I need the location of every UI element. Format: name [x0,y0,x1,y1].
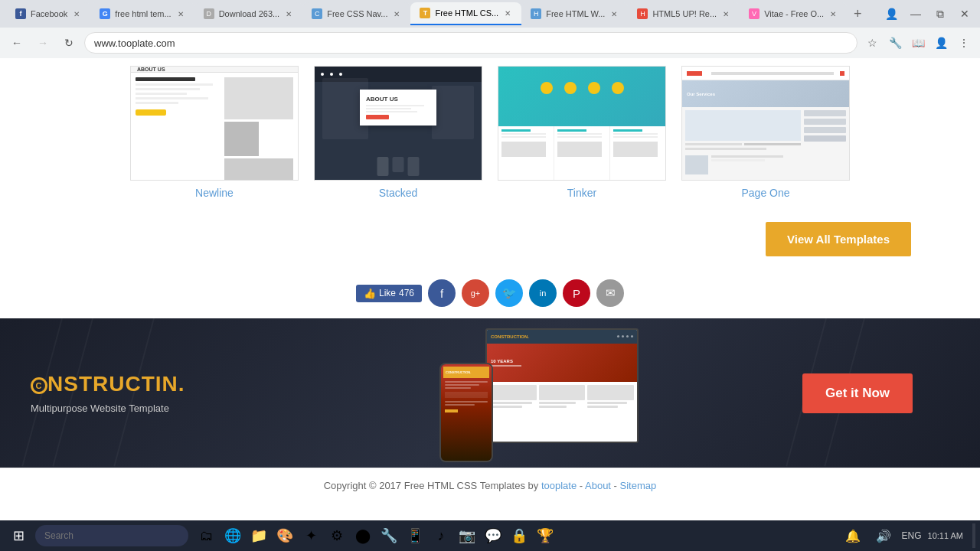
email-share-button[interactable]: ✉ [596,279,624,307]
template-item-tinker[interactable]: Tinker [498,66,666,199]
tab-css-nav[interactable]: C Free CSS Nav... ✕ [302,2,410,25]
tab-bar: f Facebook ✕ G free html tem... ✕ D Down… [0,0,980,28]
taskbar-app-files[interactable]: 📁 [247,523,271,548]
tab-close-icon[interactable]: ✕ [721,8,730,20]
extension-icon[interactable]: 🔧 [885,33,905,53]
footer: Copyright © 2017 Free HTML CSS Templates… [0,468,980,503]
taskbar-search[interactable] [35,525,188,546]
taskbar-app-photoshop[interactable]: 🎨 [273,523,297,548]
browser-chrome: f Facebook ✕ G free html tem... ✕ D Down… [0,0,980,58]
readinglist-icon[interactable]: 📖 [908,33,928,53]
reload-button[interactable]: ↻ [58,32,80,54]
taskbar-app-lock[interactable]: 🔒 [507,523,531,548]
tooplate-link[interactable]: tooplate [541,480,577,491]
template-name-newline[interactable]: Newline [195,187,234,199]
template-name-stacked[interactable]: Stacked [379,187,418,199]
banner-mockup: CONSTRUCTION. [439,324,639,462]
construction-title: CNSTRUCTIN. [31,372,312,396]
tab-close-icon[interactable]: ✕ [176,8,185,20]
template-name-tinker[interactable]: Tinker [567,187,596,199]
googleplus-share-button[interactable]: g+ [462,279,489,307]
new-tab-button[interactable]: + [847,3,868,24]
back-button[interactable]: ← [6,32,28,54]
taskbar-app-explorer[interactable]: 🗂 [194,523,219,548]
taskbar-clock: 10:11 AM [928,531,963,540]
pinterest-share-button[interactable]: P [563,279,590,307]
url-input[interactable] [84,32,858,54]
taskbar-apps: 🗂 🌐 📁 🎨 ✦ ⚙ ⬤ 🔧 📱 ♪ 📷 💬 🔒 🏆 [194,523,557,548]
template-name-pageone[interactable]: Page One [741,187,789,199]
get-it-now-button[interactable]: Get it Now [802,373,913,413]
taskbar: ⊞ 🗂 🌐 📁 🎨 ✦ ⚙ ⬤ 🔧 📱 ♪ 📷 💬 🔒 🏆 🔔 🔊 ENG 10… [0,520,980,551]
construction-subtitle: Multipurpose Website Template [31,403,312,414]
taskbar-app-chrome[interactable]: ⬤ [351,523,375,548]
fb-like-button[interactable]: 👍 Like 476 [356,285,422,302]
banner-center: CONSTRUCTION. [343,318,735,468]
address-bar-row: ← → ↻ ☆ 🔧 📖 👤 ⋮ [0,28,980,58]
tab-download[interactable]: D Download 263... ✕ [194,2,303,25]
tab-facebook[interactable]: f Facebook ✕ [6,2,90,25]
close-button[interactable]: ✕ [956,8,974,20]
minimize-button[interactable]: — [906,8,925,20]
tab-html-web[interactable]: H Free HTML W... ✕ [521,2,628,25]
taskbar-right: 🔔 🔊 ENG 10:11 AM [841,523,976,548]
construction-banner: CNSTRUCTIN. Multipurpose Website Templat… [0,318,980,468]
taskbar-app-settings[interactable]: 🔧 [377,523,401,548]
view-all-templates-button[interactable]: View All Templates [766,222,911,256]
taskbar-app-music[interactable]: ♪ [429,523,453,548]
desktop-screen: CONSTRUCTION. 10 YEARS [487,330,637,442]
banner-right: Get it Now [735,318,980,468]
volume-icon[interactable]: 🔊 [871,523,896,548]
footer-separator-2: - [614,480,620,491]
tab-close-icon[interactable]: ✕ [609,8,619,20]
start-button[interactable]: ⊞ [5,523,32,548]
like-count: 476 [399,288,414,298]
taskbar-app-camera[interactable]: 📷 [455,523,479,548]
profile-icon[interactable]: 👤 [882,8,900,20]
about-link[interactable]: About [585,480,611,491]
template-thumb-pageone: Our Services [681,66,850,181]
restore-button[interactable]: ⧉ [931,8,949,21]
forward-button[interactable]: → [32,32,54,54]
template-thumb-tinker [498,66,666,181]
taskbar-app-extra[interactable]: 🏆 [533,523,557,548]
linkedin-share-button[interactable]: in [529,279,557,307]
view-all-row: View All Templates [0,214,980,272]
thumbs-up-icon: 👍 [364,288,376,299]
sitemap-link[interactable]: Sitemap [620,480,657,491]
desktop-mockup: CONSTRUCTION. 10 YEARS [485,328,639,443]
tab-google[interactable]: G free html tem... ✕ [90,2,194,25]
tab-html5up[interactable]: H HTML5 UP! Re... ✕ [628,2,740,25]
bookmark-icon[interactable]: ☆ [862,33,882,53]
profile-avatar[interactable]: 👤 [931,33,951,53]
taskbar-app-system[interactable]: ⚙ [325,523,349,548]
taskbar-app-phone[interactable]: 📱 [403,523,427,548]
notification-icon[interactable]: 🔔 [841,523,865,548]
template-item-pageone[interactable]: Our Services [681,66,850,199]
tab-close-icon[interactable]: ✕ [72,8,81,20]
template-thumb-newline: ABOUT US [130,66,299,181]
menu-icon[interactable]: ⋮ [954,33,974,53]
tab-close-icon[interactable]: ✕ [284,8,293,20]
toolbar-icons: ☆ 🔧 📖 👤 ⋮ [862,33,974,53]
like-label: Like [379,288,396,298]
copyright-text: Copyright © 2017 Free HTML CSS Templates… [324,480,539,491]
twitter-share-button[interactable]: 🐦 [495,279,523,307]
phone-mockup: CONSTRUCTION. [439,363,493,462]
facebook-share-button[interactable]: f [428,279,456,307]
page-content: ABOUT US [0,58,980,520]
tab-close-icon[interactable]: ✕ [503,8,512,19]
template-item-stacked[interactable]: ABOUT US Stacked [314,66,482,199]
tab-close-icon[interactable]: ✕ [828,8,838,20]
taskbar-app-ai[interactable]: ✦ [299,523,323,548]
tab-vitae[interactable]: V Vitae - Free O... ✕ [740,2,847,25]
template-item-newline[interactable]: ABOUT US [130,66,299,199]
tab-tooplate[interactable]: T Free HTML CS... ✕ [410,2,521,25]
language-indicator: ENG [902,530,922,541]
taskbar-app-browser[interactable]: 🌐 [220,523,245,548]
window-controls: 👤 — ⧉ ✕ [882,8,974,21]
banner-left: CNSTRUCTIN. Multipurpose Website Templat… [0,318,343,468]
taskbar-app-msg[interactable]: 💬 [481,523,505,548]
show-desktop-button[interactable] [972,523,975,548]
tab-close-icon[interactable]: ✕ [392,8,401,20]
